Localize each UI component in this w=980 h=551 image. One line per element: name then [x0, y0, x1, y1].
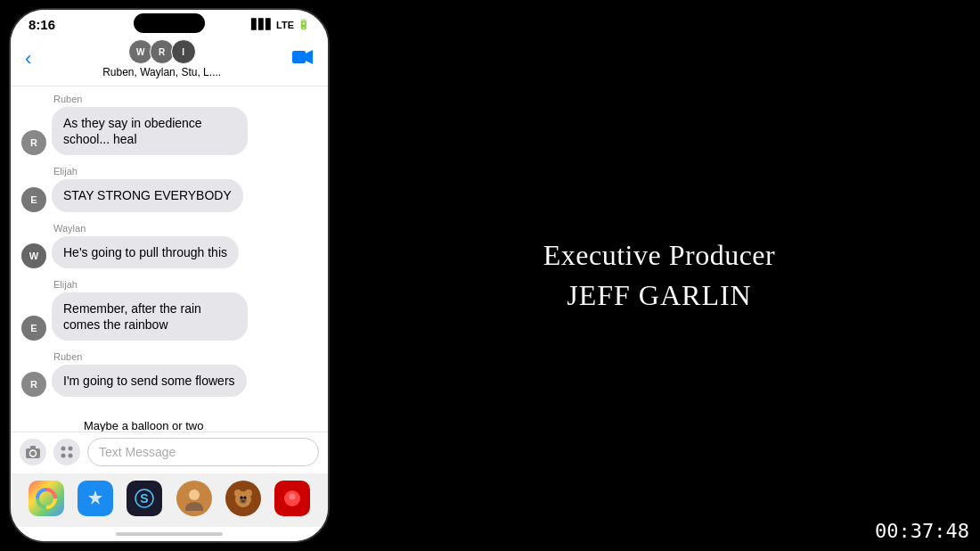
apps-button[interactable] [53, 439, 80, 465]
appstore-icon[interactable] [78, 481, 113, 516]
svg-point-6 [69, 447, 73, 451]
group-avatars: W R I [128, 39, 196, 64]
avatar-ruben-1: R [21, 130, 46, 155]
messages-area: Ruben R As they say in obedience school.… [11, 86, 328, 432]
credits-name: JEFF GARLIN [543, 279, 775, 312]
signal-bars-icon: ▋▋▋ [251, 19, 273, 30]
message-row-3: W He's going to pull through this [21, 236, 317, 268]
sender-label-ruben-2: Ruben [53, 351, 317, 362]
nav-bar: ‹ W R I Ruben, Waylan, Stu, L.... [11, 36, 328, 86]
svg-rect-0 [292, 51, 306, 63]
message-input[interactable]: Text Message [87, 438, 319, 466]
notch [134, 13, 205, 33]
avatar-ruben-2: R [21, 372, 46, 397]
svg-point-22 [290, 494, 296, 500]
bubble-text-5: I'm going to send some flowers [63, 374, 235, 388]
svg-text:S: S [141, 491, 149, 506]
message-row-2: E STAY STRONG EVERYBODY [21, 179, 317, 211]
sender-label-elijah-2: Elijah [53, 279, 317, 290]
back-button[interactable]: ‹ [25, 47, 31, 70]
svg-point-8 [69, 454, 73, 458]
message-group-5: Ruben R I'm going to send some flowers [21, 351, 317, 397]
input-placeholder: Text Message [99, 445, 176, 459]
bubble-2: STAY STRONG EVERYBODY [52, 179, 243, 211]
dock-bar: S [11, 473, 328, 527]
nav-center: W R I Ruben, Waylan, Stu, L.... [102, 39, 221, 78]
svg-point-20 [241, 500, 245, 503]
bubble-3: He's going to pull through this [52, 236, 239, 268]
svg-point-12 [189, 489, 200, 500]
avatar-elijah-1: E [21, 187, 46, 212]
sender-label-waylan: Waylan [53, 223, 317, 234]
sender-label-ruben-1: Ruben [53, 94, 317, 104]
bubble-1: As they say in obedience school... heal [52, 107, 248, 155]
message-group-4: Elijah E Remember, after the rain comes … [21, 279, 317, 341]
avatar-i: I [171, 39, 196, 64]
status-bar: 8:16 ▋▋▋ LTE 🔋 [11, 10, 328, 36]
svg-point-19 [243, 497, 246, 499]
svg-point-5 [61, 447, 66, 451]
svg-point-18 [240, 497, 242, 499]
partial-message-text: Maybe a balloon or two [84, 419, 203, 432]
shazam-icon[interactable]: S [127, 481, 162, 516]
timer: 00:37:48 [875, 520, 969, 542]
svg-point-7 [61, 454, 66, 458]
message-group-1: Ruben R As they say in obedience school.… [21, 94, 317, 155]
home-bar [116, 532, 223, 536]
bubble-text-2: STAY STRONG EVERYBODY [63, 188, 232, 202]
message-row-1: R As they say in obedience school... hea… [21, 107, 317, 155]
phone-mockup: 8:16 ▋▋▋ LTE 🔋 ‹ W R I Ruben, Waylan, St… [0, 0, 339, 551]
message-row-4: E Remember, after the rain comes the rai… [21, 292, 317, 341]
group-name[interactable]: Ruben, Waylan, Stu, L.... [102, 66, 221, 78]
sender-label-elijah-1: Elijah [53, 166, 317, 177]
avatar-elijah-2: E [21, 316, 46, 341]
svg-point-15 [234, 489, 241, 497]
message-row-partial: R Maybe a balloon or two [21, 407, 317, 432]
bubble-text-3: He's going to pull through this [63, 245, 227, 259]
bubble-4: Remember, after the rain comes the rainb… [52, 292, 248, 341]
person-icon[interactable] [176, 481, 212, 516]
photos-icon[interactable] [29, 481, 64, 516]
message-group-3: Waylan W He's going to pull through this [21, 223, 317, 268]
lte-label: LTE [276, 20, 294, 30]
red-icon[interactable] [274, 481, 310, 516]
svg-point-16 [245, 489, 252, 497]
home-indicator [11, 527, 328, 541]
message-group-2: Elijah E STAY STRONG EVERYBODY [21, 166, 317, 211]
input-area: Text Message [11, 432, 328, 473]
bear-icon[interactable] [225, 481, 261, 516]
svg-rect-4 [30, 446, 36, 449]
bubble-text-4: Remember, after the rain comes the rainb… [63, 301, 201, 332]
avatar-waylan: W [21, 243, 46, 268]
phone-frame: 8:16 ▋▋▋ LTE 🔋 ‹ W R I Ruben, Waylan, St… [9, 8, 330, 543]
video-call-icon[interactable] [292, 49, 314, 70]
status-time: 8:16 [29, 17, 55, 32]
status-icons: ▋▋▋ LTE 🔋 [251, 19, 310, 30]
battery-icon: 🔋 [298, 19, 310, 30]
bubble-5: I'm going to send some flowers [52, 365, 247, 397]
message-row-5: R I'm going to send some flowers [21, 365, 317, 397]
svg-point-13 [185, 502, 203, 511]
credits-block: Executive Producer JEFF GARLIN [543, 239, 775, 312]
right-panel: Executive Producer JEFF GARLIN 00:37:48 [339, 0, 980, 551]
camera-button[interactable] [20, 439, 46, 465]
svg-marker-1 [306, 50, 313, 64]
credits-title: Executive Producer [543, 239, 775, 272]
bubble-text-1: As they say in obedience school... heal [63, 116, 202, 146]
